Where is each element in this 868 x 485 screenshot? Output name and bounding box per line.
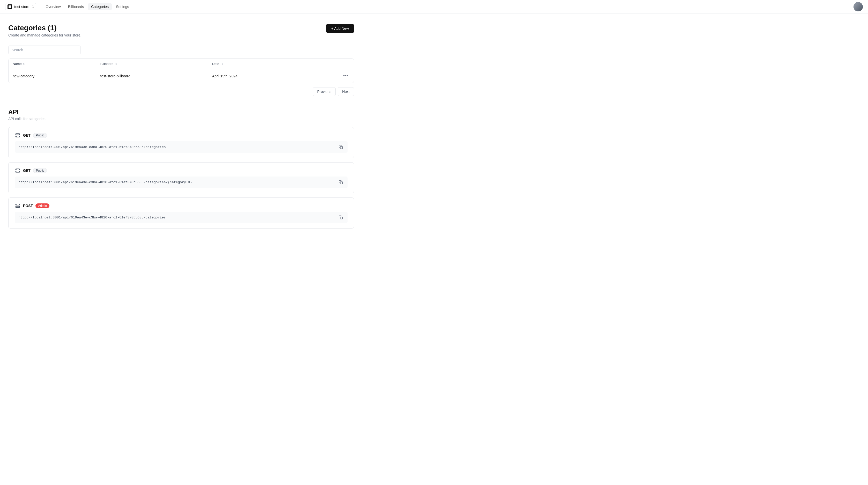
pagination: Previous Next [8, 87, 354, 96]
add-new-button[interactable]: + Add New [326, 24, 354, 33]
search-input[interactable] [8, 46, 81, 54]
sort-name-icon: ↑↓ [23, 62, 26, 65]
api-method-3: POST [23, 204, 33, 208]
categories-table: Name ↑↓ Billboard ↑↓ Date ↑↓ [8, 59, 354, 83]
api-subtitle: API calls for categories. [8, 117, 354, 121]
svg-point-4 [16, 137, 17, 137]
nav-billboards[interactable]: Billboards [65, 3, 87, 10]
cell-name: new-category [8, 69, 96, 83]
copy-button-1[interactable] [338, 144, 344, 150]
svg-point-13 [16, 205, 17, 205]
sort-date-icon: ↑↓ [220, 62, 223, 65]
previous-button[interactable]: Previous [313, 87, 336, 96]
cell-date: April 19th, 2024 [208, 69, 306, 83]
cell-billboard: test-store-billboard [96, 69, 208, 83]
search-container [8, 46, 354, 54]
api-title: API [8, 109, 354, 116]
cell-actions: ••• [306, 69, 354, 83]
api-section: API API calls for categories. GET Public… [8, 109, 354, 229]
table-row: new-category test-store-billboard April … [8, 69, 354, 83]
nav-links: Overview Billboards Categories Settings [42, 3, 847, 10]
nav-categories[interactable]: Categories [88, 3, 112, 10]
copy-button-3[interactable] [338, 214, 344, 220]
svg-point-8 [16, 169, 17, 170]
svg-rect-5 [340, 147, 343, 149]
nav-overview[interactable]: Overview [42, 3, 64, 10]
api-endpoint-3-header: POST Admin [15, 203, 347, 209]
api-endpoint-2: GET Public http://localhost:3001/api/619… [8, 162, 354, 193]
api-endpoint-1-header: GET Public [15, 132, 347, 138]
sort-billboard-icon: ↑↓ [114, 62, 117, 65]
col-name[interactable]: Name ↑↓ [8, 59, 96, 69]
api-endpoint-3: POST Admin http://localhost:3001/api/619… [8, 198, 354, 229]
api-endpoint-2-header: GET Public [15, 168, 347, 173]
api-badge-2: Public [33, 168, 48, 173]
store-selector[interactable]: test-store ⇅ [5, 3, 36, 10]
svg-point-14 [16, 207, 17, 207]
api-badge-3: Admin [35, 204, 50, 208]
col-actions [306, 59, 354, 69]
api-endpoint-1: GET Public http://localhost:3001/api/619… [8, 127, 354, 158]
col-date[interactable]: Date ↑↓ [208, 59, 306, 69]
store-name: test-store [14, 5, 29, 9]
api-url-3: http://localhost:3001/api/619ea43e-c3ba-… [19, 216, 166, 219]
svg-point-3 [16, 134, 17, 134]
api-method-2: GET [23, 169, 31, 173]
page-header: Categories (1) Create and manage categor… [8, 24, 354, 37]
row-actions-button[interactable]: ••• [342, 73, 350, 79]
table-header-row: Name ↑↓ Billboard ↑↓ Date ↑↓ [8, 59, 354, 69]
server-icon-3 [15, 203, 21, 209]
store-icon [7, 4, 12, 9]
server-icon-2 [15, 168, 21, 173]
page-subtitle: Create and manage categories for your st… [8, 33, 82, 37]
api-url-row-1: http://localhost:3001/api/619ea43e-c3ba-… [15, 141, 347, 153]
svg-rect-15 [340, 217, 343, 219]
api-url-row-3: http://localhost:3001/api/619ea43e-c3ba-… [15, 212, 347, 223]
svg-rect-0 [8, 5, 11, 8]
api-url-1: http://localhost:3001/api/619ea43e-c3ba-… [19, 145, 166, 149]
nav-settings[interactable]: Settings [113, 3, 132, 10]
top-nav: test-store ⇅ Overview Billboards Categor… [0, 0, 868, 13]
api-badge-1: Public [33, 133, 48, 138]
next-button[interactable]: Next [338, 87, 354, 96]
svg-rect-10 [340, 182, 343, 184]
server-icon-1 [15, 132, 21, 138]
page-title-group: Categories (1) Create and manage categor… [8, 24, 82, 37]
api-method-1: GET [23, 133, 31, 138]
chevron-down-icon: ⇅ [31, 5, 34, 8]
api-url-2: http://localhost:3001/api/619ea43e-c3ba-… [19, 180, 192, 184]
page-title: Categories (1) [8, 24, 82, 32]
api-url-row-2: http://localhost:3001/api/619ea43e-c3ba-… [15, 177, 347, 188]
copy-button-2[interactable] [338, 179, 344, 185]
main-content: Categories (1) Create and manage categor… [0, 13, 362, 243]
avatar[interactable] [854, 2, 863, 11]
col-billboard[interactable]: Billboard ↑↓ [96, 59, 208, 69]
svg-point-9 [16, 172, 17, 172]
